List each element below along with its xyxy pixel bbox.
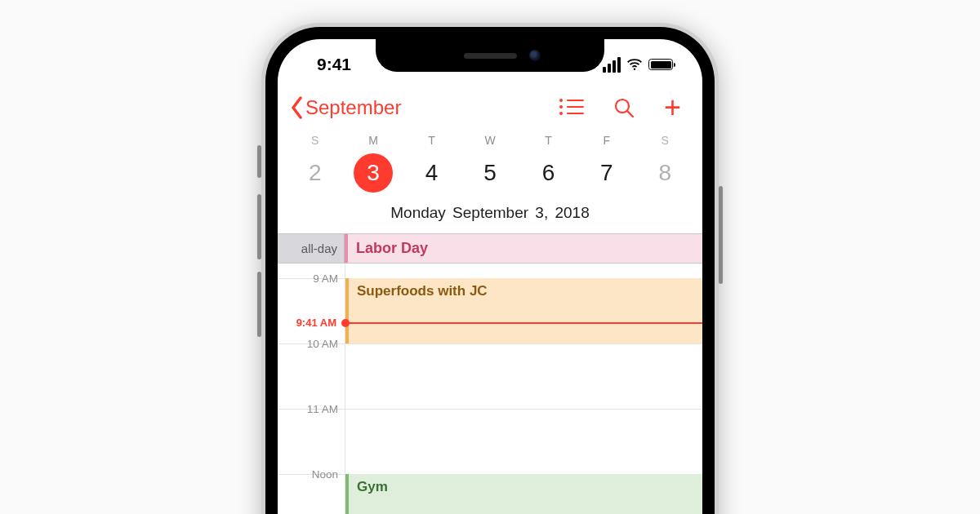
event-title: Superfoods with JC bbox=[357, 283, 488, 299]
day-cell[interactable]: 5 bbox=[461, 153, 519, 193]
cellular-icon bbox=[603, 57, 621, 73]
day-cell[interactable]: 6 bbox=[519, 153, 577, 193]
weekday-letter: S bbox=[286, 134, 344, 147]
add-event-button[interactable]: + bbox=[664, 100, 681, 115]
day-cell[interactable]: 7 bbox=[577, 153, 635, 193]
calendar-app: September bbox=[278, 83, 702, 514]
battery-icon bbox=[648, 59, 673, 70]
calendar-event[interactable]: Superfoods with JC bbox=[345, 278, 702, 343]
back-label: September bbox=[305, 96, 401, 119]
front-camera bbox=[529, 50, 541, 61]
mute-switch bbox=[257, 145, 261, 178]
weekday-letter: W bbox=[461, 134, 519, 147]
weekday-header: S M T W T F S bbox=[278, 129, 702, 147]
svg-line-2 bbox=[627, 111, 633, 117]
all-day-event[interactable]: Labor Day bbox=[345, 234, 702, 263]
weekday-letter: M bbox=[344, 134, 402, 147]
all-day-label: all-day bbox=[278, 234, 345, 263]
weekday-letter: F bbox=[577, 134, 635, 147]
selected-date-label: Monday September 3, 2018 bbox=[278, 204, 702, 234]
day-cell-selected[interactable]: 3 bbox=[344, 153, 402, 193]
svg-point-0 bbox=[634, 68, 635, 69]
hour-label: 9 AM bbox=[278, 273, 345, 285]
weekday-letter: T bbox=[519, 134, 577, 147]
hour-label: 11 AM bbox=[278, 403, 345, 415]
day-cell[interactable]: 4 bbox=[403, 153, 461, 193]
speaker bbox=[464, 53, 517, 59]
event-title: Labor Day bbox=[356, 240, 428, 257]
phone-frame: 9:41 bbox=[261, 23, 719, 514]
current-time-line bbox=[345, 322, 702, 324]
search-button[interactable] bbox=[613, 97, 635, 118]
hour-label: 10 AM bbox=[278, 338, 345, 350]
volume-down-button bbox=[257, 272, 261, 337]
wifi-icon bbox=[626, 55, 644, 73]
hour-label: Noon bbox=[278, 468, 345, 481]
navigation-bar: September bbox=[278, 83, 702, 129]
weekday-letter: T bbox=[403, 134, 461, 147]
back-button[interactable]: September bbox=[291, 96, 401, 119]
timeline[interactable]: 9 AM 10 AM 11 AM Noon Superfoods with JC… bbox=[278, 264, 702, 514]
list-view-button[interactable] bbox=[559, 99, 584, 117]
day-cell[interactable]: 2 bbox=[286, 153, 344, 193]
event-title: Gym bbox=[357, 479, 388, 494]
volume-up-button bbox=[257, 194, 261, 259]
all-day-row: all-day Labor Day bbox=[278, 234, 702, 264]
notch bbox=[376, 39, 604, 72]
calendar-event[interactable]: Gym bbox=[345, 474, 702, 514]
week-day-row: 2 3 4 5 6 7 8 bbox=[278, 147, 702, 204]
screen: 9:41 bbox=[278, 39, 702, 514]
current-time-label: 9:41 AM bbox=[278, 317, 341, 329]
weekday-letter: S bbox=[636, 134, 694, 147]
status-time: 9:41 bbox=[302, 55, 351, 74]
power-button bbox=[719, 186, 723, 284]
day-cell[interactable]: 8 bbox=[636, 153, 694, 193]
current-time-dot bbox=[341, 319, 350, 327]
chevron-left-icon bbox=[291, 96, 304, 119]
